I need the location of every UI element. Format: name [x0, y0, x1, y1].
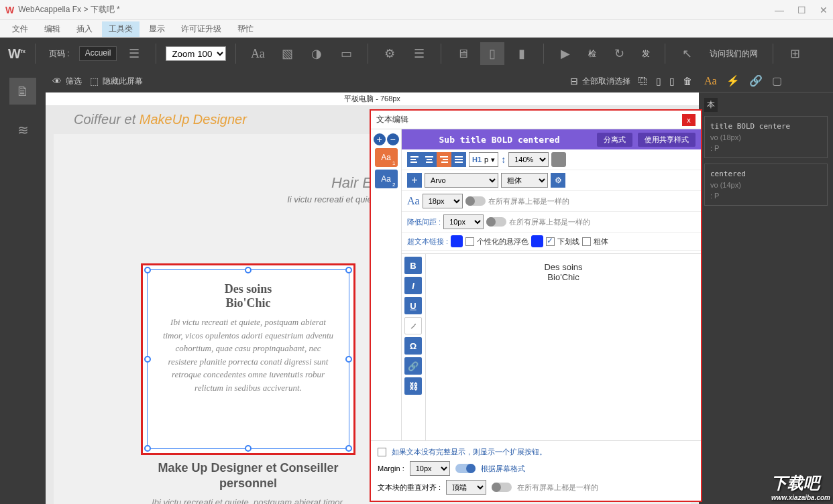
add-style-button[interactable]: +: [374, 133, 386, 145]
check-button[interactable]: 检: [583, 48, 602, 60]
color-tool-icon[interactable]: ◑: [304, 46, 329, 61]
underline-button[interactable]: U: [404, 297, 422, 314]
tab-bounds[interactable]: ▢: [772, 74, 782, 87]
minimize-button[interactable]: —: [775, 5, 784, 15]
image-tool-icon[interactable]: ▧: [275, 46, 299, 61]
strike-button[interactable]: ⟋: [404, 317, 422, 334]
underline-checkbox[interactable]: [546, 237, 555, 246]
heading-tag-select[interactable]: H1p ▾: [469, 152, 498, 167]
menu-license[interactable]: 许可证升级: [174, 21, 228, 37]
list-icon[interactable]: ☰: [407, 46, 431, 61]
link-button[interactable]: 🔗: [404, 357, 422, 375]
font-select[interactable]: Arvo: [425, 173, 498, 188]
tab-effects[interactable]: ⚡: [726, 74, 740, 87]
page-settings-icon[interactable]: ☰: [122, 46, 146, 61]
close-button[interactable]: ✕: [820, 5, 828, 15]
resize-handle-e[interactable]: [345, 356, 352, 363]
copy-icon[interactable]: ⿻: [638, 76, 648, 86]
below-block: Make Up Designer et Conseiller personnel…: [141, 460, 355, 504]
text-tool-icon[interactable]: Aa: [245, 47, 270, 61]
main-toolbar: Wfx 页码 : Accueil ☰ Zoom 100% Aa ▧ ◑ ▭ ⚙ …: [0, 38, 833, 70]
resize-handle-w[interactable]: [144, 356, 151, 363]
hover-color-swatch[interactable]: [531, 235, 543, 247]
style-chip-1[interactable]: Aa1: [375, 148, 398, 167]
dialog-titlebar[interactable]: 文本编辑 x: [371, 111, 701, 129]
link-color-swatch[interactable]: [451, 235, 463, 247]
publish-button[interactable]: 发: [636, 48, 655, 60]
use-shared-button[interactable]: 使用共享样式: [638, 133, 696, 147]
page-select[interactable]: Accueil: [79, 46, 117, 61]
italic-button[interactable]: I: [404, 277, 422, 294]
gear-icon[interactable]: ⚙: [378, 46, 402, 61]
layer-up-icon[interactable]: ▯: [656, 76, 661, 86]
editor-content[interactable]: Des soins Bio'Chic: [426, 254, 701, 440]
resize-handle-n[interactable]: [245, 267, 252, 273]
expand-checkbox[interactable]: [378, 448, 386, 456]
deselect-icon: ⊟: [570, 76, 578, 86]
menu-edit[interactable]: 编辑: [38, 21, 67, 37]
maximize-button[interactable]: ☐: [797, 5, 806, 15]
symbol-button[interactable]: Ω: [404, 337, 422, 355]
resize-handle-nw[interactable]: [144, 267, 151, 273]
bold-button[interactable]: B: [404, 257, 422, 274]
cursor-icon[interactable]: ↖: [675, 46, 699, 61]
resize-handle-s[interactable]: [245, 445, 252, 452]
zoom-select[interactable]: Zoom 100%: [166, 46, 226, 61]
text-editor-dialog: 文本编辑 x + − Aa1 Aa2 Sub title BOLD center…: [370, 109, 702, 502]
spacing-hint: 在所有屏幕上都是一样的: [509, 217, 590, 227]
desktop-icon[interactable]: 🖥: [451, 47, 475, 61]
remove-style-button[interactable]: −: [387, 133, 399, 145]
margin-select[interactable]: 10px: [410, 461, 450, 476]
refresh-icon[interactable]: ↻: [607, 46, 631, 61]
menu-insert[interactable]: 插入: [70, 21, 99, 37]
shape-tool-icon[interactable]: ▭: [334, 46, 358, 61]
resize-handle-ne[interactable]: [345, 267, 352, 273]
align-left-button[interactable]: [407, 152, 422, 167]
qr-icon[interactable]: ⊞: [783, 46, 807, 61]
spacing-all-screens-toggle[interactable]: [486, 217, 506, 227]
valign-select[interactable]: 顶端: [446, 480, 486, 495]
line-height-select[interactable]: 140%: [508, 152, 549, 167]
align-right-button[interactable]: [437, 152, 451, 167]
menu-help[interactable]: 帮忙: [231, 21, 260, 37]
play-icon[interactable]: ▶: [553, 46, 577, 61]
unlink-button[interactable]: ⛓: [404, 377, 422, 395]
delete-icon[interactable]: 🗑: [683, 76, 692, 86]
resize-handle-sw[interactable]: [144, 445, 151, 452]
spacing-select[interactable]: 10px: [443, 214, 484, 229]
tab-link[interactable]: 🔗: [749, 74, 763, 87]
visit-button[interactable]: 访问我们的网: [704, 48, 763, 60]
size-all-screens-toggle[interactable]: [465, 196, 486, 206]
dialog-close-button[interactable]: x: [682, 114, 696, 126]
weight-select[interactable]: 粗体: [501, 173, 548, 188]
bold-checkbox[interactable]: [582, 237, 591, 246]
mobile-icon[interactable]: ▮: [510, 46, 534, 61]
menu-tools[interactable]: 工具类: [102, 21, 140, 37]
margin-toggle[interactable]: [455, 464, 476, 473]
deselect-all-button[interactable]: ⊟全部取消选择: [570, 76, 630, 87]
align-center-button[interactable]: [422, 152, 437, 167]
resize-handle-se[interactable]: [345, 445, 352, 452]
title-bar: W WebAcappella Fx > 下载吧 * — ☐ ✕: [0, 0, 833, 20]
style-card-2[interactable]: centered vo (14px) : P: [704, 164, 828, 206]
style-chip-2[interactable]: Aa2: [375, 170, 398, 188]
text-color-swatch[interactable]: [551, 152, 566, 167]
font-settings-button[interactable]: ⚙: [551, 173, 565, 188]
align-justify-button[interactable]: [451, 152, 466, 167]
layer-down-icon[interactable]: ▯: [669, 76, 675, 86]
hover-color-checkbox[interactable]: [465, 237, 474, 246]
filter-button[interactable]: 👁筛选: [52, 76, 82, 87]
valign-toggle[interactable]: [492, 483, 512, 492]
tablet-icon[interactable]: ▯: [480, 42, 504, 65]
detach-button[interactable]: 分离式: [597, 133, 632, 147]
rail-layers-icon[interactable]: ≋: [9, 117, 36, 143]
style-card-1[interactable]: title BOLD centere vo (18px) : P: [704, 116, 828, 158]
size-select[interactable]: 18px: [423, 194, 463, 208]
tab-text-style[interactable]: Aa: [704, 75, 717, 87]
add-font-button[interactable]: +: [407, 173, 422, 188]
rail-page-icon[interactable]: 🗎: [9, 78, 36, 105]
selected-text-block[interactable]: Des soins Bio'Chic Ibi victu recreati et…: [141, 263, 355, 455]
menu-view[interactable]: 显示: [142, 21, 172, 37]
menu-file[interactable]: 文件: [5, 21, 35, 37]
hide-screen-button[interactable]: ⬚隐藏此屏幕: [90, 76, 143, 87]
